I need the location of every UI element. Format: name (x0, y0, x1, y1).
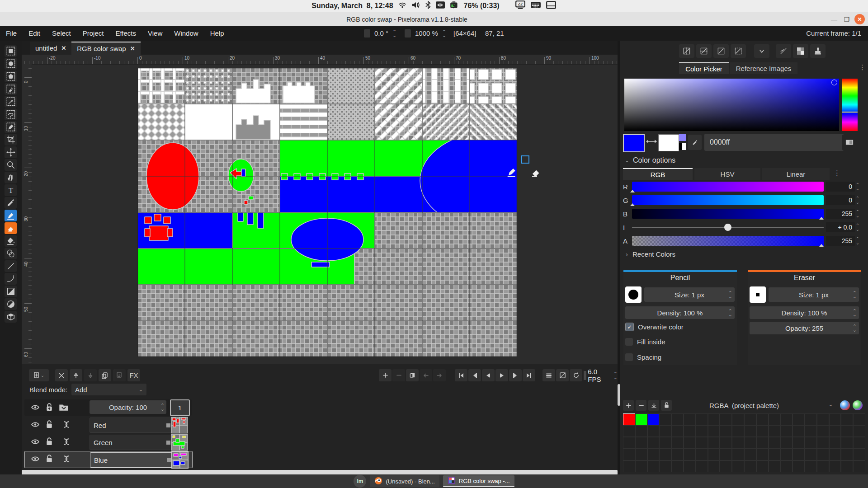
paint-select-tool[interactable] (5, 121, 17, 133)
layer-name-field[interactable]: Green (90, 435, 175, 450)
checkbox-icon[interactable] (625, 353, 633, 361)
link-cels-icon[interactable] (60, 421, 73, 429)
layer-row-blue-selected[interactable]: Blue (24, 451, 193, 468)
crop-tool[interactable] (5, 134, 17, 145)
onion-skinning-button[interactable] (556, 369, 569, 381)
link-cels-icon[interactable] (60, 455, 73, 464)
palette-swatch-blue[interactable] (647, 413, 660, 425)
tab-rgb[interactable]: RGB (623, 168, 693, 180)
rotation-spinner[interactable]: ⌃⌄ (392, 30, 396, 37)
canvas-area[interactable]: -20 -10 0 10 20 30 40 50 60 70 80 90 100… (22, 55, 618, 364)
blue-spinner[interactable]: ⌃⌄ (854, 209, 861, 219)
first-frame-button[interactable] (455, 369, 467, 381)
pencil-density-field[interactable]: Density: 100 %⌃⌄ (625, 306, 735, 319)
layer-thumbnail[interactable] (171, 434, 188, 451)
last-frame-button[interactable] (523, 369, 535, 381)
kebab-menu-icon[interactable]: ⋮ (859, 63, 866, 71)
menu-view[interactable]: View (142, 26, 168, 41)
zoom-value[interactable]: 1000 % (415, 29, 438, 37)
minimize-button[interactable]: — (827, 12, 841, 26)
slider-marker[interactable] (819, 217, 824, 220)
palette-grid[interactable] (623, 413, 865, 472)
primary-color-swatch[interactable] (623, 134, 645, 152)
layer-row-green[interactable]: Green (24, 434, 192, 450)
tab-hsv[interactable]: HSV (694, 168, 760, 180)
taskbar-item-pixelorama[interactable]: RGB color swap -... (443, 475, 514, 487)
touchpad-icon[interactable] (546, 0, 557, 11)
lock-icon[interactable] (45, 420, 53, 430)
keyboard-icon[interactable] (530, 0, 541, 11)
remove-frame-button[interactable] (392, 369, 405, 381)
shading-tool[interactable] (5, 248, 17, 259)
swap-colors-icon[interactable] (646, 137, 657, 147)
window-title-bar[interactable]: RGB color swap - Pixelorama v1.1.8-stabl… (0, 12, 868, 26)
palette-sphere-icon[interactable] (840, 400, 850, 410)
clone-layer-button[interactable] (99, 369, 111, 381)
eraser-density-field[interactable]: Density: 100 %⌃⌄ (750, 306, 859, 319)
tab-rgb-color-swap[interactable]: RGB color swap ✕ (71, 42, 140, 55)
merge-layer-button[interactable] (113, 369, 126, 381)
blend-mode-dropdown[interactable]: Add ⌄ (71, 384, 146, 395)
menu-select[interactable]: Select (46, 26, 77, 41)
eraser-tool[interactable] (5, 222, 17, 234)
menu-effects[interactable]: Effects (109, 26, 142, 41)
presentation-mode-icon[interactable]: ZZ (515, 0, 526, 11)
zoom-control[interactable]: 1000 % ⌃⌄ (405, 26, 446, 41)
color-select-tool[interactable] (5, 83, 17, 95)
eraser-size-field[interactable]: Size: 1 px⌃⌄ (769, 287, 859, 302)
pan-tool[interactable] (5, 172, 17, 183)
clock[interactable]: Sunday, March 8, 12:48 (311, 2, 393, 10)
fps-control[interactable]: 6.0 FPS ⌃⌄ (584, 369, 618, 381)
volume-icon[interactable] (411, 1, 420, 10)
cel-button[interactable] (166, 423, 170, 427)
loop-button[interactable] (570, 369, 582, 381)
layer-thumbnail[interactable] (171, 417, 188, 434)
screen-color-picker-icon[interactable] (842, 135, 857, 150)
tab-close-icon[interactable]: ✕ (61, 45, 66, 52)
eye-icon[interactable] (31, 455, 40, 464)
tab-color-picker[interactable]: Color Picker (679, 62, 729, 74)
eraser-opacity-field[interactable]: Opacity: 255⌃⌄ (750, 322, 859, 334)
intensity-spinner[interactable]: ⌃⌄ (854, 222, 861, 232)
lasso-select-tool[interactable] (5, 108, 17, 120)
menu-project[interactable]: Project (77, 26, 110, 41)
play-backwards-button[interactable] (482, 369, 495, 381)
palette-swatch-green[interactable] (635, 413, 647, 425)
eraser-brush-thumbnail[interactable] (750, 286, 766, 303)
tab-linear[interactable]: Linear (762, 168, 830, 180)
secondary-color-swatch[interactable] (658, 134, 679, 151)
add-frame-button[interactable] (379, 369, 392, 381)
default-secondary-swatch[interactable] (679, 143, 686, 150)
mirror-x-dashed-icon[interactable] (679, 44, 694, 58)
3d-shape-tool[interactable] (5, 311, 17, 323)
pixel-perfect-icon[interactable] (776, 44, 791, 58)
previous-frame-button[interactable] (468, 369, 481, 381)
magic-wand-tool[interactable] (5, 96, 17, 108)
pencil-size-field[interactable]: Size: 1 px⌃⌄ (644, 287, 735, 302)
polygon-select-tool[interactable] (5, 70, 17, 82)
blue-value[interactable]: 255 (826, 209, 855, 219)
red-spinner[interactable]: ⌃⌄ (854, 182, 861, 192)
default-primary-swatch[interactable] (679, 134, 686, 141)
frame-1-button[interactable]: 1 (170, 399, 190, 416)
palette-sphere2-icon[interactable] (853, 400, 863, 410)
frame-list-button[interactable] (542, 369, 555, 381)
layer-thumbnail[interactable] (171, 451, 189, 469)
fps-value[interactable]: 6.0 FPS (588, 368, 610, 383)
lock-icon[interactable] (45, 403, 53, 413)
alpha-value[interactable]: 255 (826, 236, 855, 246)
rectangle-tool[interactable] (5, 286, 17, 297)
recent-colors-header[interactable]: › Recent Colors (626, 250, 675, 258)
hue-selector[interactable] (842, 112, 858, 113)
wifi-icon[interactable] (398, 1, 407, 10)
palette-swatch-red[interactable] (623, 413, 635, 425)
layer-name-field[interactable]: Red (90, 418, 175, 433)
red-slider[interactable] (632, 182, 824, 192)
intensity-value[interactable]: + 0.0 (826, 222, 855, 232)
move-frame-left-button[interactable] (420, 369, 432, 381)
spacing-option[interactable]: Spacing (625, 353, 661, 361)
taskbar-item-blender[interactable]: (Unsaved) - Blen... (370, 475, 439, 487)
zoom-slider[interactable] (405, 29, 411, 38)
color-picker-tool[interactable] (5, 197, 17, 209)
bluetooth-icon[interactable] (425, 1, 431, 11)
